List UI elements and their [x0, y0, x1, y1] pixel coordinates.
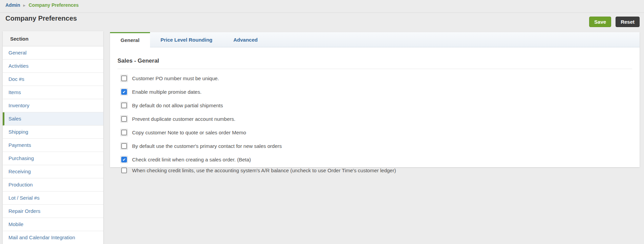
page-title: Company Preferences: [5, 15, 77, 22]
checkbox-icon: [121, 75, 127, 81]
header-divider: [0, 13, 644, 13]
checkbox-label: When checking credit limits, use the acc…: [132, 168, 396, 173]
checkbox-use-ar-balance[interactable]: [120, 167, 128, 174]
tab-price-level-rounding[interactable]: Price Level Rounding: [150, 32, 223, 47]
save-button[interactable]: Save: [589, 17, 611, 27]
checkbox-row: When checking credit limits, use the acc…: [120, 167, 632, 174]
checkbox-label: Enable multiple promise dates.: [132, 89, 201, 95]
sidebar-header: Section: [3, 31, 103, 46]
checkbox-row: Customer PO number must be unique.: [120, 74, 632, 82]
checkbox-row: Prevent duplicate customer account numbe…: [120, 115, 632, 123]
breadcrumb-link-admin[interactable]: Admin: [5, 2, 20, 8]
tab-bar: General Price Level Rounding Advanced: [110, 32, 640, 47]
checkbox-icon: [121, 130, 127, 135]
tab-general[interactable]: General: [110, 32, 150, 48]
checkbox-primary-contact-default[interactable]: [120, 142, 128, 150]
sidebar-item-shipping[interactable]: Shipping: [3, 126, 103, 139]
sidebar-item-items[interactable]: Items: [3, 86, 103, 99]
checkbox-label: Copy customer Note to quote or sales ord…: [132, 130, 246, 135]
checkbox-no-partial-shipments[interactable]: [120, 102, 128, 109]
checkbox-prevent-duplicate-accounts[interactable]: [120, 115, 128, 123]
sidebar-item-production[interactable]: Production: [3, 178, 103, 192]
checkbox-icon: [121, 103, 127, 108]
sidebar-item-general[interactable]: General: [3, 46, 103, 60]
sidebar-item-mail-calendar-integration[interactable]: Mail and Calendar Integration: [3, 231, 103, 244]
panel-divider: [117, 69, 632, 69]
checkbox-icon: [121, 116, 127, 122]
checkbox-row: Check credit limit when creating a sales…: [120, 156, 632, 163]
breadcrumb-arrow-icon: ▶: [23, 4, 26, 7]
preferences-content: General Price Level Rounding Advanced Sa…: [110, 32, 640, 167]
sidebar-item-inventory[interactable]: Inventory: [3, 99, 103, 112]
checkbox-icon: [121, 143, 127, 149]
sidebar-item-repair-orders[interactable]: Repair Orders: [3, 205, 103, 218]
checkbox-row: By default use the customer's primary co…: [120, 142, 632, 150]
checkbox-label: Check credit limit when creating a sales…: [132, 157, 251, 162]
checkbox-list: Customer PO number must be unique. Enabl…: [117, 74, 632, 174]
tab-advanced[interactable]: Advanced: [223, 32, 268, 47]
checkbox-row: Copy customer Note to quote or sales ord…: [120, 129, 632, 136]
sidebar-item-sales[interactable]: Sales: [3, 112, 103, 126]
breadcrumb-current-page: Company Preferences: [28, 2, 79, 8]
checkbox-label: By default use the customer's primary co…: [132, 143, 282, 149]
checkbox-multiple-promise-dates[interactable]: [120, 88, 128, 96]
sidebar-item-doc-numbers[interactable]: Doc #s: [3, 73, 103, 86]
toolbar: Save Reset: [589, 17, 640, 27]
checkbox-copy-note-to-memo[interactable]: [120, 129, 128, 136]
panel-heading: Sales - General: [117, 58, 632, 64]
checkbox-icon: [121, 157, 127, 162]
breadcrumb: Admin ▶ Company Preferences: [5, 2, 79, 8]
sidebar-item-activities[interactable]: Activities: [3, 60, 103, 73]
reset-button[interactable]: Reset: [616, 17, 640, 27]
checkbox-row: Enable multiple promise dates.: [120, 88, 632, 96]
checkbox-icon: [121, 168, 127, 173]
checkbox-label: Prevent duplicate customer account numbe…: [132, 116, 235, 122]
sidebar-item-mobile[interactable]: Mobile: [3, 218, 103, 231]
sidebar-item-payments[interactable]: Payments: [3, 139, 103, 152]
checkbox-label: Customer PO number must be unique.: [132, 75, 219, 81]
checkbox-row: By default do not allow partial shipment…: [120, 102, 632, 109]
checkbox-label: By default do not allow partial shipment…: [132, 103, 223, 108]
checkbox-icon: [121, 89, 127, 95]
sales-general-panel: Sales - General Customer PO number must …: [110, 47, 640, 167]
sidebar-item-receiving[interactable]: Receiving: [3, 165, 103, 178]
sidebar-item-purchasing[interactable]: Purchasing: [3, 152, 103, 165]
checkbox-check-credit-limit[interactable]: [120, 156, 128, 163]
section-sidebar: Section General Activities Doc #s Items …: [3, 31, 103, 244]
sidebar-item-lot-serial[interactable]: Lot / Serial #s: [3, 192, 103, 205]
checkbox-customer-po-unique[interactable]: [120, 74, 128, 82]
